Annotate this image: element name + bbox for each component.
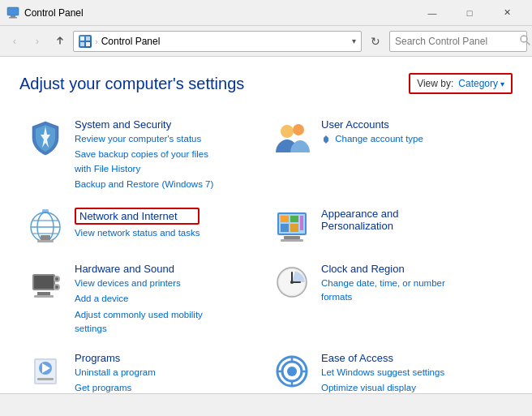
svg-rect-27 bbox=[281, 239, 303, 242]
view-by-category: Category bbox=[458, 78, 498, 89]
svg-rect-2 bbox=[9, 17, 17, 19]
hardware-sound-link-1[interactable]: View devices and printers bbox=[75, 277, 203, 290]
appearance-text: Appearance andPersonalization bbox=[321, 208, 398, 232]
svg-point-34 bbox=[55, 277, 58, 281]
view-by-label: View by: bbox=[417, 78, 453, 89]
hardware-sound-link-3[interactable]: Adjust commonly used mobilitysettings bbox=[75, 308, 203, 337]
svg-rect-18 bbox=[42, 209, 49, 213]
category-appearance: Appearance andPersonalization bbox=[266, 199, 513, 255]
system-security-icon bbox=[26, 118, 65, 157]
svg-rect-4 bbox=[86, 36, 90, 41]
svg-rect-29 bbox=[34, 276, 54, 289]
clock-region-icon bbox=[272, 263, 311, 302]
network-internet-icon bbox=[26, 208, 65, 247]
view-by-arrow: ▾ bbox=[500, 79, 504, 88]
ease-access-icon bbox=[272, 352, 311, 391]
main-header: Adjust your computer's settings View by:… bbox=[19, 73, 513, 94]
svg-rect-0 bbox=[7, 7, 19, 15]
category-hardware-sound: Hardware and Sound View devices and prin… bbox=[19, 255, 266, 344]
ease-access-link-2[interactable]: Optimize visual display bbox=[321, 381, 444, 393]
address-dropdown-arrow[interactable]: ▾ bbox=[352, 36, 356, 45]
address-icon bbox=[79, 35, 92, 48]
hardware-sound-link-2[interactable]: Add a device bbox=[75, 292, 203, 306]
search-input[interactable] bbox=[395, 36, 517, 47]
user-accounts-title[interactable]: User Accounts bbox=[321, 118, 423, 131]
categories-grid: System and Security Review your computer… bbox=[19, 110, 513, 393]
address-bar[interactable]: › Control Panel ▾ bbox=[73, 31, 362, 52]
category-user-accounts: User Accounts Change account type bbox=[266, 110, 513, 199]
network-internet-title[interactable]: Network and Internet bbox=[75, 208, 200, 225]
address-separator: › bbox=[95, 36, 98, 46]
svg-rect-25 bbox=[300, 216, 303, 230]
title-bar: Control Panel — □ ✕ bbox=[0, 0, 532, 26]
programs-icon bbox=[26, 352, 65, 391]
svg-rect-21 bbox=[281, 216, 289, 222]
hardware-sound-title[interactable]: Hardware and Sound bbox=[75, 263, 203, 275]
view-by-value[interactable]: Category ▾ bbox=[458, 78, 504, 89]
main-content: Adjust your computer's settings View by:… bbox=[0, 57, 532, 393]
category-system-security: System and Security Review your computer… bbox=[19, 110, 266, 199]
clock-region-title[interactable]: Clock and Region bbox=[321, 263, 445, 275]
svg-rect-1 bbox=[11, 15, 15, 17]
svg-rect-32 bbox=[37, 292, 50, 295]
system-security-link-3[interactable]: Backup and Restore (Windows 7) bbox=[75, 178, 213, 191]
svg-rect-17 bbox=[37, 240, 54, 242]
system-security-title[interactable]: System and Security bbox=[75, 118, 213, 131]
window-controls: — □ ✕ bbox=[414, 0, 526, 26]
hardware-sound-text: Hardware and Sound View devices and prin… bbox=[75, 263, 203, 336]
svg-rect-33 bbox=[34, 295, 54, 298]
user-accounts-text: User Accounts Change account type bbox=[321, 118, 423, 146]
category-programs: Programs Uninstall a program Get program… bbox=[19, 344, 266, 393]
ease-access-link-1[interactable]: Let Windows suggest settings bbox=[321, 366, 444, 380]
svg-point-47 bbox=[287, 367, 297, 376]
svg-rect-5 bbox=[80, 42, 84, 46]
category-ease-access: Ease of Access Let Windows suggest setti… bbox=[266, 344, 513, 393]
forward-button[interactable]: › bbox=[28, 32, 47, 51]
svg-point-35 bbox=[55, 285, 58, 289]
network-internet-text: Network and Internet View network status… bbox=[75, 208, 200, 240]
system-security-text: System and Security Review your computer… bbox=[75, 118, 213, 191]
category-network-internet: Network and Internet View network status… bbox=[19, 199, 266, 255]
back-button[interactable]: ‹ bbox=[5, 32, 24, 51]
app-icon bbox=[6, 6, 19, 19]
svg-line-8 bbox=[526, 41, 530, 45]
svg-point-9 bbox=[281, 125, 294, 138]
address-text: Control Panel bbox=[101, 36, 161, 47]
appearance-title[interactable]: Appearance andPersonalization bbox=[321, 208, 398, 232]
view-by-control[interactable]: View by: Category ▾ bbox=[409, 73, 513, 94]
ease-access-title[interactable]: Ease of Access bbox=[321, 352, 444, 364]
system-security-link-1[interactable]: Review your computer's status bbox=[75, 132, 213, 146]
status-bar bbox=[0, 393, 532, 416]
user-accounts-icon bbox=[272, 118, 311, 157]
appearance-icon bbox=[272, 208, 311, 247]
network-internet-link-1[interactable]: View network status and tasks bbox=[75, 226, 200, 240]
programs-link-2[interactable]: Get programs bbox=[75, 381, 156, 393]
svg-point-10 bbox=[293, 124, 304, 135]
minimize-button[interactable]: — bbox=[414, 0, 451, 26]
svg-rect-24 bbox=[290, 224, 298, 232]
ease-access-text: Ease of Access Let Windows suggest setti… bbox=[321, 352, 444, 393]
maximize-button[interactable]: □ bbox=[451, 0, 488, 26]
hardware-sound-icon bbox=[26, 263, 65, 302]
programs-link-1[interactable]: Uninstall a program bbox=[75, 366, 156, 380]
svg-rect-26 bbox=[284, 236, 300, 239]
clock-region-text: Clock and Region Change date, time, or n… bbox=[321, 263, 445, 305]
up-button[interactable] bbox=[50, 32, 70, 51]
category-clock-region: Clock and Region Change date, time, or n… bbox=[266, 255, 513, 344]
programs-text: Programs Uninstall a program Get program… bbox=[75, 352, 156, 393]
nav-bar: ‹ › › Control Panel ▾ ↻ bbox=[0, 26, 532, 57]
search-icon bbox=[520, 35, 530, 48]
programs-title[interactable]: Programs bbox=[75, 352, 156, 364]
refresh-button[interactable]: ↻ bbox=[365, 31, 386, 52]
search-bar[interactable] bbox=[389, 31, 527, 52]
system-security-link-2[interactable]: Save backup copies of your fileswith Fil… bbox=[75, 148, 213, 176]
clock-region-link-1[interactable]: Change date, time, or numberformats bbox=[321, 277, 445, 305]
svg-rect-23 bbox=[281, 224, 289, 232]
svg-rect-6 bbox=[86, 42, 90, 46]
close-button[interactable]: ✕ bbox=[488, 0, 526, 26]
user-accounts-link-1[interactable]: Change account type bbox=[321, 132, 423, 146]
svg-rect-44 bbox=[37, 378, 54, 380]
page-title: Adjust your computer's settings bbox=[19, 75, 244, 93]
title-bar-title: Control Panel bbox=[24, 7, 414, 19]
svg-rect-22 bbox=[290, 216, 298, 222]
